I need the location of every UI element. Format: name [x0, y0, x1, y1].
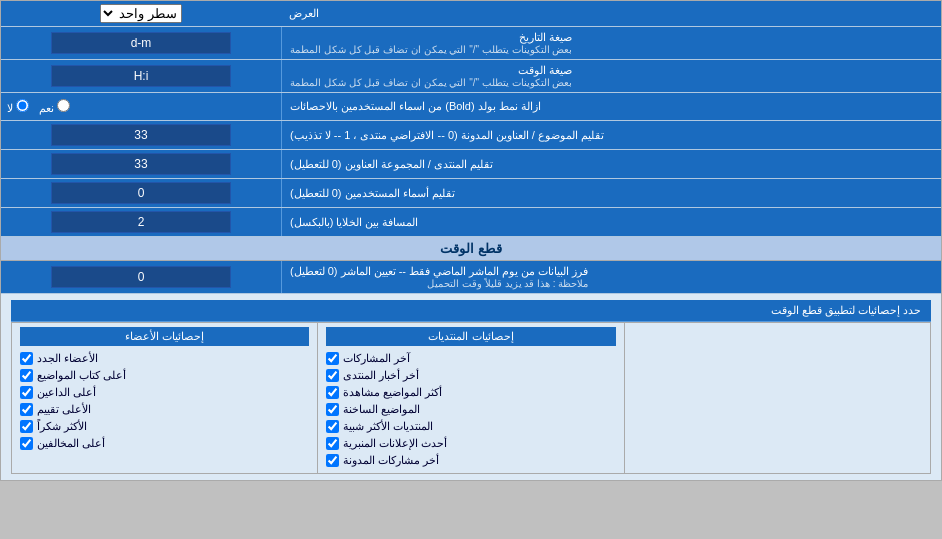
display-select[interactable]: سطر واحد سطرين ثلاثة أسطر — [100, 4, 182, 23]
cb-hot-topics[interactable] — [326, 403, 339, 416]
cb-most-viewed[interactable] — [326, 386, 339, 399]
users-trim-input[interactable] — [51, 182, 231, 204]
cb-top-inviters[interactable] — [20, 386, 33, 399]
cb-new-members[interactable] — [20, 352, 33, 365]
cb-item: آخر المشاركات — [326, 350, 615, 367]
date-format-input[interactable] — [51, 32, 231, 54]
checkboxes-grid: إحصائيات المنتديات آخر المشاركات أخر أخب… — [11, 322, 931, 474]
space-cells-input[interactable] — [51, 211, 231, 233]
cb-announcements[interactable] — [326, 437, 339, 450]
radio-no[interactable] — [16, 99, 29, 112]
cb-top-rated[interactable] — [20, 403, 33, 416]
bold-remove-row: ازالة نمط بولد (Bold) من اسماء المستخدمي… — [1, 93, 941, 121]
cb-item: أحدث الإعلانات المنبرية — [326, 435, 615, 452]
topic-trim-input[interactable] — [51, 124, 231, 146]
members-col-header: إحصائيات الأعضاء — [20, 327, 309, 346]
cutoff-input-container — [1, 261, 281, 293]
cb-item: أعلى الداعين — [20, 384, 309, 401]
date-format-label: صيغة التاريخ بعض التكوينات يتطلب "/" الت… — [281, 27, 941, 59]
cb-most-similar[interactable] — [326, 420, 339, 433]
cb-item: أكثر المواضيع مشاهدة — [326, 384, 615, 401]
cb-item: الأعضاء الجدد — [20, 350, 309, 367]
forums-col-header: إحصائيات المنتديات — [326, 327, 615, 346]
section-header: قطع الوقت — [1, 237, 941, 261]
cb-top-violators[interactable] — [20, 437, 33, 450]
time-format-input[interactable] — [51, 65, 231, 87]
checkboxes-top-label: حدد إحصائيات لتطبيق قطع الوقت — [11, 300, 931, 322]
topic-trim-label: تقليم الموضوع / العناوين المدونة (0 -- ا… — [281, 121, 941, 149]
radio-no-label: لا — [7, 99, 29, 115]
checkbox-col-members: إحصائيات الأعضاء الأعضاء الجدد أعلى كتاب… — [12, 323, 317, 473]
cb-item: أخر مشاركات المدونة — [326, 452, 615, 469]
radio-yes-label: نعم — [39, 99, 70, 115]
forum-trim-row: تقليم المنتدى / المجموعة العناوين (0 للت… — [1, 150, 941, 179]
cutoff-input[interactable] — [51, 266, 231, 288]
forum-trim-input-container — [1, 150, 281, 178]
top-label: العرض — [281, 1, 941, 26]
radio-yes[interactable] — [57, 99, 70, 112]
cutoff-label: فرز البيانات من يوم الماشر الماضي فقط --… — [281, 261, 941, 293]
cb-item: أخر أخبار المنتدى — [326, 367, 615, 384]
cb-blog-posts[interactable] — [326, 454, 339, 467]
time-format-input-container — [1, 60, 281, 92]
main-container: العرض سطر واحد سطرين ثلاثة أسطر صيغة الت… — [0, 0, 942, 481]
users-trim-input-container — [1, 179, 281, 207]
top-label-text: العرض — [289, 7, 319, 20]
checkboxes-section: حدد إحصائيات لتطبيق قطع الوقت إحصائيات ا… — [1, 294, 941, 480]
spacer-col — [624, 323, 930, 473]
cb-most-thanked[interactable] — [20, 420, 33, 433]
time-format-label: صيغة الوقت بعض التكوينات يتطلب "/" التي … — [281, 60, 941, 92]
top-select-container: سطر واحد سطرين ثلاثة أسطر — [1, 1, 281, 26]
bold-radio-group: نعم لا — [7, 99, 70, 115]
forum-trim-label: تقليم المنتدى / المجموعة العناوين (0 للت… — [281, 150, 941, 178]
date-format-row: صيغة التاريخ بعض التكوينات يتطلب "/" الت… — [1, 27, 941, 60]
cb-item: الأكثر شكراً — [20, 418, 309, 435]
cb-top-writers[interactable] — [20, 369, 33, 382]
topic-trim-row: تقليم الموضوع / العناوين المدونة (0 -- ا… — [1, 121, 941, 150]
users-trim-row: تقليم أسماء المستخدمين (0 للتعطيل) — [1, 179, 941, 208]
cb-item: المنتديات الأكثر شبية — [326, 418, 615, 435]
forum-trim-input[interactable] — [51, 153, 231, 175]
cutoff-row: فرز البيانات من يوم الماشر الماضي فقط --… — [1, 261, 941, 294]
bold-remove-label: ازالة نمط بولد (Bold) من اسماء المستخدمي… — [281, 93, 941, 120]
topic-trim-input-container — [1, 121, 281, 149]
top-row: العرض سطر واحد سطرين ثلاثة أسطر — [1, 1, 941, 27]
date-format-input-container — [1, 27, 281, 59]
space-cells-label: المسافة بين الخلايا (بالبكسل) — [281, 208, 941, 236]
cb-forum-news[interactable] — [326, 369, 339, 382]
time-format-row: صيغة الوقت بعض التكوينات يتطلب "/" التي … — [1, 60, 941, 93]
space-cells-input-container — [1, 208, 281, 236]
cb-item: أعلى كتاب المواضيع — [20, 367, 309, 384]
cb-item: الأعلى تقييم — [20, 401, 309, 418]
cb-item: أعلى المخالفين — [20, 435, 309, 452]
cb-last-posts[interactable] — [326, 352, 339, 365]
bold-remove-input-container: نعم لا — [1, 93, 281, 120]
checkbox-col-forums: إحصائيات المنتديات آخر المشاركات أخر أخب… — [317, 323, 623, 473]
space-cells-row: المسافة بين الخلايا (بالبكسل) — [1, 208, 941, 237]
users-trim-label: تقليم أسماء المستخدمين (0 للتعطيل) — [281, 179, 941, 207]
cb-item: المواضيع الساخنة — [326, 401, 615, 418]
